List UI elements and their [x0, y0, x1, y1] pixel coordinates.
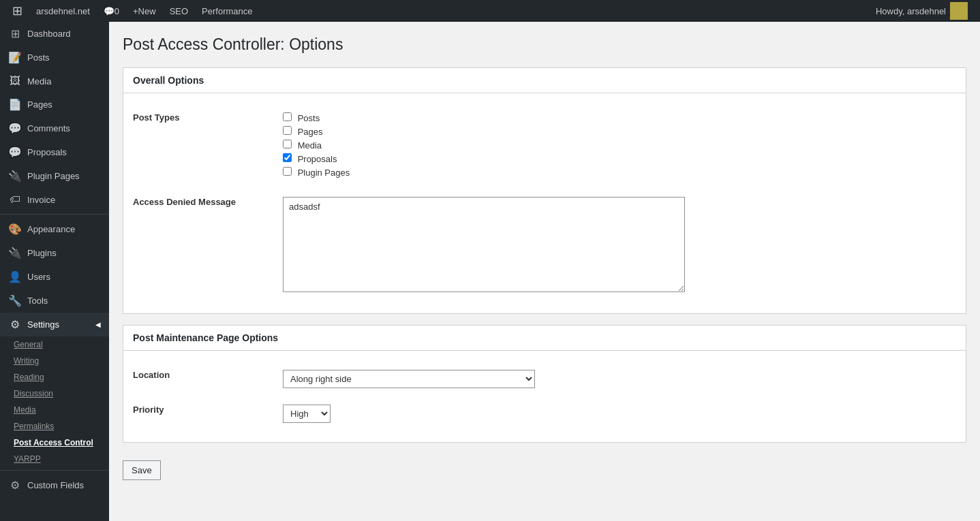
- posts-icon: 📝: [8, 51, 22, 64]
- sidebar-item-tools[interactable]: 🔧 Tools: [0, 289, 109, 313]
- overall-options-body: Post Types Posts Pages: [123, 93, 966, 313]
- access-denied-textarea[interactable]: adsadsf: [283, 197, 685, 292]
- comments-icon: 💬: [8, 122, 22, 135]
- cb-plugin-pages-label[interactable]: Plugin Pages: [283, 167, 956, 178]
- overall-options-table: Post Types Posts Pages: [133, 104, 956, 302]
- seo-link[interactable]: SEO: [163, 0, 195, 22]
- users-icon: 👤: [8, 270, 22, 283]
- overall-options-box: Overall Options Post Types Posts: [123, 67, 966, 314]
- plugin-pages-icon: 🔌: [8, 170, 22, 183]
- submenu-discussion[interactable]: Discussion: [0, 385, 109, 402]
- access-denied-row: Access Denied Message adsadsf: [133, 189, 956, 302]
- maintenance-options-title: Post Maintenance Page Options: [133, 332, 278, 343]
- maintenance-options-body: Location Along right side Below content …: [123, 351, 966, 442]
- cb-pages[interactable]: [283, 126, 292, 135]
- sidebar-item-settings[interactable]: ⚙ Settings ◀: [0, 313, 109, 336]
- cb-posts-label[interactable]: Posts: [283, 112, 956, 123]
- submenu-general[interactable]: General: [0, 336, 109, 353]
- menu-separator-2: [0, 470, 109, 471]
- priority-select[interactable]: High Medium Low: [283, 405, 331, 423]
- post-types-label: Post Types: [133, 104, 283, 189]
- comments-link[interactable]: 💬 0: [97, 0, 126, 22]
- media-icon: 🖼: [8, 75, 22, 87]
- maintenance-options-header: Post Maintenance Page Options: [123, 326, 966, 351]
- tools-icon: 🔧: [8, 294, 22, 307]
- cb-posts[interactable]: [283, 112, 292, 121]
- dashboard-icon: ⊞: [8, 27, 22, 40]
- howdy-text: Howdy, arsdehnel: [869, 2, 975, 20]
- main-content: Post Access Controller: Options Overall …: [109, 22, 980, 521]
- admin-sidebar: ⊞ Dashboard 📝 Posts 🖼 Media 📄 Pages 💬 Co…: [0, 22, 109, 521]
- wp-logo[interactable]: ⊞: [5, 0, 29, 22]
- priority-label: Priority: [133, 396, 283, 431]
- cb-media[interactable]: [283, 140, 292, 148]
- sidebar-item-plugin-pages[interactable]: 🔌 Plugin Pages: [0, 164, 109, 188]
- location-select[interactable]: Along right side Below content Above con…: [283, 370, 535, 388]
- access-denied-label: Access Denied Message: [133, 189, 283, 302]
- user-avatar: [950, 2, 968, 20]
- post-types-checkboxes: Posts Pages Media: [283, 112, 956, 178]
- cb-proposals[interactable]: [283, 153, 292, 162]
- cb-pages-label[interactable]: Pages: [283, 126, 956, 137]
- location-row: Location Along right side Below content …: [133, 362, 956, 396]
- submenu-post-access-control[interactable]: Post Access Control: [0, 435, 109, 451]
- sidebar-item-plugins[interactable]: 🔌 Plugins: [0, 241, 109, 265]
- new-content[interactable]: + New: [126, 0, 163, 22]
- save-button[interactable]: Save: [123, 460, 161, 480]
- settings-icon: ⚙: [8, 318, 22, 331]
- submenu-media[interactable]: Media: [0, 402, 109, 418]
- overall-options-header: Overall Options: [123, 68, 966, 93]
- proposals-icon: 💬: [8, 146, 22, 159]
- submenu-permalinks[interactable]: Permalinks: [0, 418, 109, 435]
- post-types-row: Post Types Posts Pages: [133, 104, 956, 189]
- page-title: Post Access Controller: Options: [123, 35, 966, 54]
- sidebar-item-users[interactable]: 👤 Users: [0, 265, 109, 289]
- sidebar-item-invoice[interactable]: 🏷 Invoice: [0, 188, 109, 211]
- menu-separator: [0, 214, 109, 215]
- maintenance-options-table: Location Along right side Below content …: [133, 362, 956, 431]
- settings-collapse-arrow: ◀: [95, 321, 101, 328]
- cb-proposals-label[interactable]: Proposals: [283, 153, 956, 164]
- location-label: Location: [133, 362, 283, 396]
- submenu-yarpp[interactable]: YARPP: [0, 451, 109, 467]
- site-name[interactable]: arsdehnel.net: [29, 0, 97, 22]
- sidebar-item-dashboard[interactable]: ⊞ Dashboard: [0, 22, 109, 46]
- admin-bar: ⊞ arsdehnel.net 💬 0 + New SEO Performanc…: [0, 0, 980, 22]
- submenu-writing[interactable]: Writing: [0, 353, 109, 369]
- sidebar-item-proposals[interactable]: 💬 Proposals: [0, 140, 109, 164]
- invoice-icon: 🏷: [8, 193, 22, 206]
- pages-icon: 📄: [8, 98, 22, 111]
- sidebar-item-pages[interactable]: 📄 Pages: [0, 93, 109, 116]
- overall-options-title: Overall Options: [133, 75, 204, 86]
- priority-row: Priority High Medium Low: [133, 396, 956, 431]
- appearance-icon: 🎨: [8, 223, 22, 236]
- plugins-icon: 🔌: [8, 247, 22, 259]
- sidebar-item-appearance[interactable]: 🎨 Appearance: [0, 217, 109, 241]
- cb-media-label[interactable]: Media: [283, 140, 956, 151]
- maintenance-options-box: Post Maintenance Page Options Location A…: [123, 325, 966, 443]
- sidebar-item-comments[interactable]: 💬 Comments: [0, 116, 109, 140]
- submenu-reading[interactable]: Reading: [0, 369, 109, 385]
- sidebar-item-media[interactable]: 🖼 Media: [0, 69, 109, 93]
- performance-link[interactable]: Performance: [195, 0, 259, 22]
- custom-fields-icon: ⚙: [8, 479, 22, 492]
- sidebar-item-posts[interactable]: 📝 Posts: [0, 46, 109, 69]
- sidebar-item-custom-fields[interactable]: ⚙ Custom Fields: [0, 473, 109, 497]
- cb-plugin-pages[interactable]: [283, 167, 292, 176]
